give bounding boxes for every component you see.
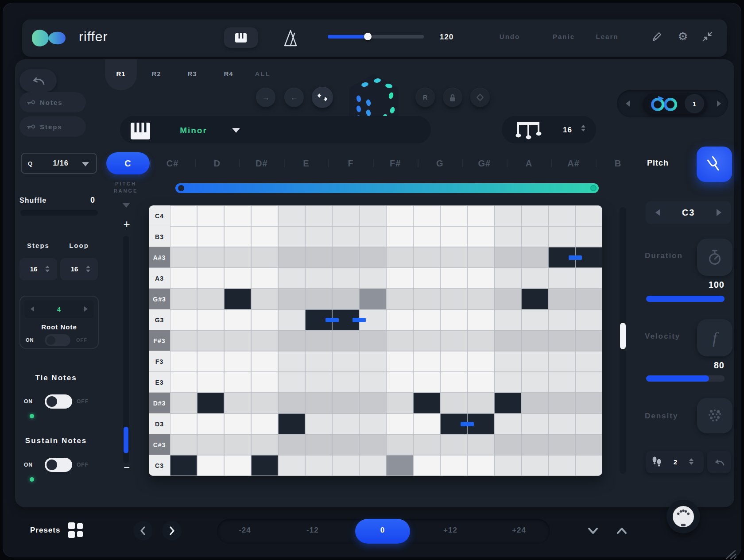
grid-cell[interactable] xyxy=(170,434,197,455)
note-letter-A#[interactable]: A# xyxy=(554,152,593,174)
grid-cell[interactable] xyxy=(413,351,440,372)
grid-cell[interactable] xyxy=(440,434,467,455)
grid-cell[interactable] xyxy=(305,393,332,413)
grid-cell[interactable] xyxy=(575,268,602,289)
shrink-window-icon[interactable] xyxy=(701,30,714,42)
note-letter-G#[interactable]: G# xyxy=(465,152,504,174)
grid-cell[interactable] xyxy=(197,205,224,226)
grid-cell[interactable] xyxy=(467,205,494,226)
grid-cell[interactable] xyxy=(359,330,386,351)
grid-cell[interactable] xyxy=(413,372,440,393)
stepper-up-icon[interactable] xyxy=(86,266,90,268)
grid-cell[interactable] xyxy=(494,393,521,413)
grid-cell[interactable] xyxy=(521,434,548,455)
grid-cell[interactable] xyxy=(467,455,494,476)
presets-grid-icon[interactable] xyxy=(68,522,84,538)
note-letter-F#[interactable]: F# xyxy=(376,152,415,174)
grid-cell[interactable] xyxy=(224,434,251,455)
grid-cell[interactable] xyxy=(548,393,575,413)
stepper-up-icon[interactable] xyxy=(581,125,585,127)
grid-cell[interactable] xyxy=(521,351,548,372)
note-letter-C[interactable]: C xyxy=(108,152,148,174)
grid-cell[interactable] xyxy=(359,205,386,226)
note-letter-D[interactable]: D xyxy=(197,152,237,174)
grid-cell[interactable] xyxy=(332,205,359,226)
grid-cell[interactable] xyxy=(332,455,359,476)
grid-cell[interactable] xyxy=(305,413,332,434)
grid-cell[interactable] xyxy=(251,351,278,372)
grid-cell[interactable] xyxy=(575,434,602,455)
grid-cell[interactable] xyxy=(440,289,467,309)
stepper-down-icon[interactable] xyxy=(581,129,585,131)
walk-steps-stepper[interactable] xyxy=(689,458,694,465)
grid-cell[interactable] xyxy=(224,455,251,476)
grid-cell[interactable] xyxy=(278,393,305,413)
loop-next-icon[interactable] xyxy=(717,100,721,107)
grid-cell[interactable] xyxy=(251,455,278,476)
grid-cell[interactable] xyxy=(305,205,332,226)
grid-cell[interactable] xyxy=(521,247,548,268)
transpose-plus12[interactable]: +12 xyxy=(430,526,470,535)
walk-steps-control[interactable]: 2 xyxy=(646,451,704,473)
grid-cell[interactable] xyxy=(440,351,467,372)
grid-scrollbar-track[interactable] xyxy=(620,207,626,474)
stepper-up-icon[interactable] xyxy=(45,266,50,268)
grid-cell[interactable] xyxy=(521,309,548,330)
octave-down-button[interactable] xyxy=(585,525,601,537)
grid-cell[interactable] xyxy=(359,351,386,372)
note-letter-C#[interactable]: C# xyxy=(153,152,193,174)
grid-cell[interactable] xyxy=(548,434,575,455)
grid-cell[interactable] xyxy=(548,455,575,476)
sustain-notes-toggle[interactable] xyxy=(45,458,72,472)
grid-cell[interactable] xyxy=(278,268,305,289)
grid-cell[interactable] xyxy=(440,393,467,413)
loop-stepper[interactable] xyxy=(86,266,90,272)
grid-cell[interactable] xyxy=(386,372,413,393)
grid-cell[interactable] xyxy=(440,247,467,268)
grid-cell[interactable] xyxy=(359,247,386,268)
grid-cell[interactable] xyxy=(359,393,386,413)
grid-cell[interactable] xyxy=(575,226,602,247)
scale-dropdown-caret[interactable] xyxy=(232,128,240,133)
note-length-stepper[interactable] xyxy=(581,125,585,131)
grid-cell[interactable] xyxy=(224,226,251,247)
grid-cell[interactable] xyxy=(170,455,197,476)
grid-cell[interactable] xyxy=(413,205,440,226)
grid-cell[interactable] xyxy=(197,455,224,476)
learn-button[interactable]: Learn xyxy=(590,33,624,40)
grid-cell[interactable] xyxy=(521,330,548,351)
octave-next-icon[interactable] xyxy=(717,209,721,216)
grid-cell[interactable] xyxy=(386,289,413,309)
grid-cell[interactable] xyxy=(170,330,197,351)
grid-cell[interactable] xyxy=(494,372,521,393)
grid-cell[interactable] xyxy=(305,372,332,393)
grid-cell[interactable] xyxy=(386,247,413,268)
grid-cell[interactable] xyxy=(251,393,278,413)
tempo-slider-knob[interactable] xyxy=(364,33,372,40)
duration-slider[interactable] xyxy=(646,296,725,302)
grid-cell[interactable] xyxy=(170,268,197,289)
grid-cell[interactable] xyxy=(521,268,548,289)
grid-cell[interactable] xyxy=(548,268,575,289)
grid-cell[interactable] xyxy=(548,205,575,226)
grid-cell[interactable] xyxy=(521,372,548,393)
pitch-range-left-handle[interactable] xyxy=(178,185,184,191)
grid-cell[interactable] xyxy=(224,289,251,309)
grid-cell[interactable] xyxy=(575,372,602,393)
grid-cell[interactable] xyxy=(359,413,386,434)
grid-cell[interactable] xyxy=(413,226,440,247)
grid-cell[interactable] xyxy=(170,289,197,309)
tab-r3[interactable]: R3 xyxy=(179,70,205,77)
grid-cell[interactable] xyxy=(386,413,413,434)
grid-cell[interactable] xyxy=(332,393,359,413)
grid-cell[interactable] xyxy=(224,309,251,330)
grid-cell[interactable] xyxy=(170,372,197,393)
grid-cell[interactable] xyxy=(440,226,467,247)
grid-cell[interactable] xyxy=(548,330,575,351)
grid-cell[interactable] xyxy=(359,226,386,247)
grid-cell[interactable] xyxy=(197,434,224,455)
stepper-down-icon[interactable] xyxy=(689,462,694,465)
grid-cell[interactable] xyxy=(305,247,332,268)
grid-cell[interactable] xyxy=(197,372,224,393)
root-note-toggle[interactable] xyxy=(45,334,70,346)
